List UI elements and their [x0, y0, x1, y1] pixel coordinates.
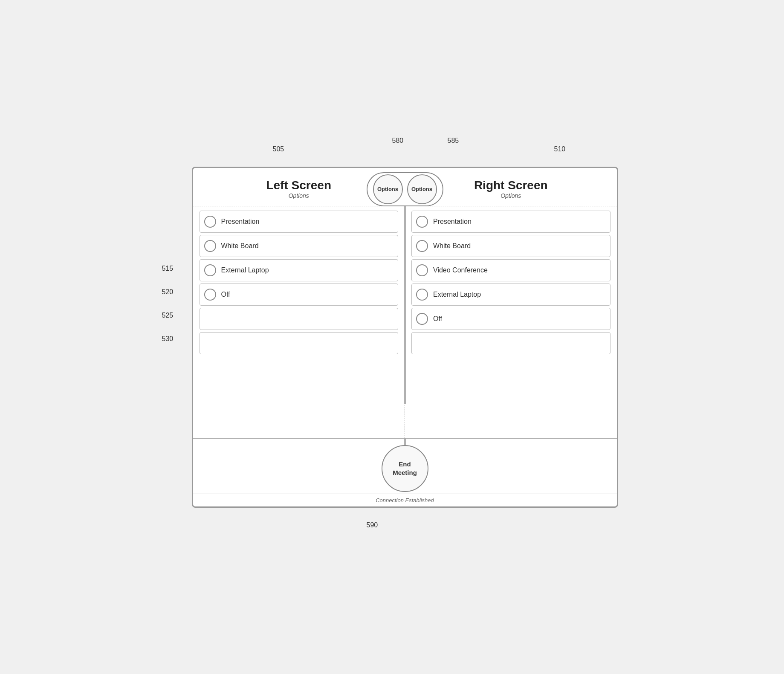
- left-radio-presentation[interactable]: [204, 216, 216, 228]
- options-outer-ring: Options Options: [367, 172, 443, 206]
- left-option-external-laptop[interactable]: External Laptop: [200, 259, 399, 281]
- status-bar: Connection Established: [193, 494, 617, 506]
- left-label-presentation: Presentation: [221, 218, 260, 226]
- left-screen-subtitle: Options: [289, 192, 309, 199]
- radio-inner: [208, 268, 212, 272]
- ref-580: 580: [392, 137, 404, 145]
- right-label-presentation: Presentation: [433, 218, 472, 226]
- left-radio-external-laptop[interactable]: [204, 264, 216, 276]
- radio-inner: [420, 244, 424, 248]
- options-button-right[interactable]: Options: [407, 174, 437, 204]
- options-container: Options Options: [367, 172, 443, 206]
- right-label-whiteboard: White Board: [433, 242, 471, 250]
- right-radio-off[interactable]: [416, 313, 428, 325]
- connection-status-text: Connection Established: [376, 497, 434, 503]
- ref-505: 505: [273, 145, 284, 153]
- ref-585: 585: [448, 137, 459, 145]
- right-radio-video-conference[interactable]: [416, 264, 428, 276]
- right-screen-subtitle: Options: [500, 192, 521, 199]
- radio-inner: [208, 292, 212, 297]
- radio-inner: [420, 268, 424, 272]
- right-radio-external-laptop[interactable]: [416, 289, 428, 301]
- ref-520: 520: [162, 288, 174, 296]
- right-radio-presentation[interactable]: [416, 216, 428, 228]
- right-label-video-conference: Video Conference: [433, 266, 488, 274]
- left-label-off: Off: [221, 291, 230, 298]
- left-screen-title: Left Screen: [266, 179, 332, 192]
- left-option-empty-1: [200, 308, 399, 330]
- right-option-presentation[interactable]: Presentation: [411, 211, 610, 233]
- right-option-external-laptop[interactable]: External Laptop: [411, 283, 610, 306]
- left-label-external-laptop: External Laptop: [221, 266, 269, 274]
- left-radio-off[interactable]: [204, 289, 216, 301]
- radio-inner: [208, 220, 212, 224]
- left-label-whiteboard: White Board: [221, 242, 259, 250]
- left-option-empty-2: [200, 332, 399, 354]
- right-label-external-laptop: External Laptop: [433, 291, 481, 298]
- options-button-left[interactable]: Options: [373, 174, 403, 204]
- bottom-section: End Meeting Connection Established: [193, 438, 617, 506]
- left-option-whiteboard[interactable]: White Board: [200, 235, 399, 257]
- right-option-off[interactable]: Off: [411, 308, 610, 330]
- right-option-video-conference[interactable]: Video Conference: [411, 259, 610, 281]
- content-section: Presentation White Board External Laptop: [193, 206, 617, 438]
- radio-inner: [420, 317, 424, 321]
- right-option-whiteboard[interactable]: White Board: [411, 235, 610, 257]
- right-radio-whiteboard[interactable]: [416, 240, 428, 252]
- ref-590: 590: [367, 521, 378, 529]
- right-panel: Presentation White Board Video Conferenc…: [405, 206, 617, 438]
- diagram-wrapper: 505 580 585 510 515 520 525 530 535 540 …: [158, 133, 627, 542]
- right-option-empty-1: [411, 332, 610, 354]
- content-connector-line: [404, 206, 405, 404]
- radio-inner: [208, 244, 212, 248]
- radio-inner: [420, 292, 424, 297]
- left-panel: Presentation White Board External Laptop: [193, 206, 405, 438]
- left-option-presentation[interactable]: Presentation: [200, 211, 399, 233]
- ref-530: 530: [162, 335, 174, 343]
- end-meeting-button[interactable]: End Meeting: [382, 445, 428, 492]
- left-radio-whiteboard[interactable]: [204, 240, 216, 252]
- ref-515: 515: [162, 265, 174, 272]
- right-screen-title: Right Screen: [474, 179, 548, 192]
- left-option-off[interactable]: Off: [200, 283, 399, 306]
- ref-510: 510: [554, 145, 566, 153]
- right-label-off: Off: [433, 315, 442, 323]
- main-panel: Options Options Left Screen Options Righ…: [192, 167, 618, 508]
- radio-inner: [420, 220, 424, 224]
- ref-525: 525: [162, 312, 174, 319]
